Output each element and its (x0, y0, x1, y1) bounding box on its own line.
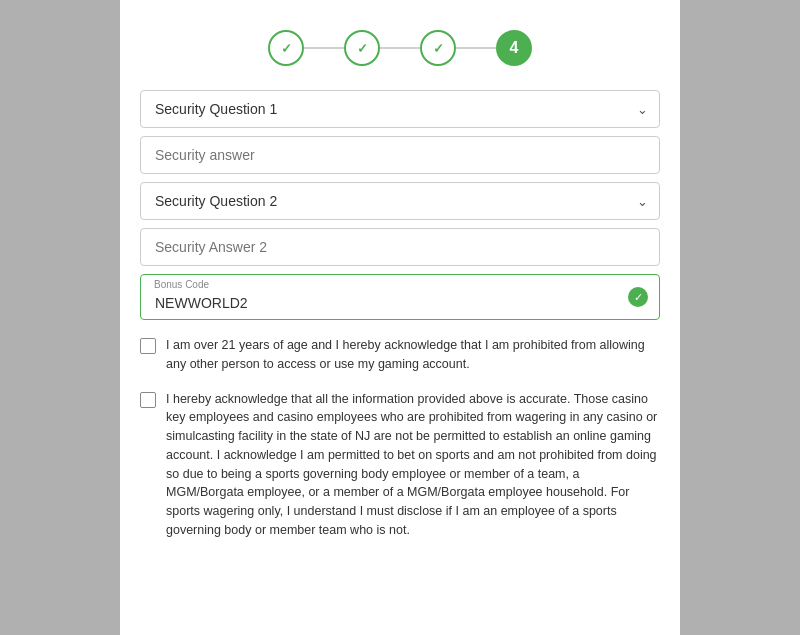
form-section: Security Question 1 ⌄ Security Question … (140, 90, 660, 336)
step-3-icon: ✓ (433, 41, 444, 56)
step-line-3 (456, 47, 496, 49)
security-answer-2-input[interactable] (140, 228, 660, 266)
checkbox-1-label: I am over 21 years of age and I hereby a… (166, 336, 660, 374)
bonus-code-wrapper: Bonus Code ✓ (140, 274, 660, 320)
step-4-label: 4 (510, 39, 519, 57)
checkbox-1[interactable] (140, 338, 156, 354)
bonus-check-icon: ✓ (628, 287, 648, 307)
bonus-code-input[interactable] (140, 274, 660, 320)
checkbox-2[interactable] (140, 392, 156, 408)
security-question-2-select[interactable]: Security Question 2 (140, 182, 660, 220)
checkbox-item-1: I am over 21 years of age and I hereby a… (140, 336, 660, 374)
step-line-2 (380, 47, 420, 49)
step-4: 4 (496, 30, 532, 66)
security-question-1-select[interactable]: Security Question 1 (140, 90, 660, 128)
step-3: ✓ (420, 30, 456, 66)
security-answer-1-wrapper (140, 136, 660, 174)
checkbox-item-2: I hereby acknowledge that all the inform… (140, 390, 660, 540)
security-answer-2-wrapper (140, 228, 660, 266)
stepper: ✓ ✓ ✓ 4 (140, 30, 660, 66)
checkbox-group: I am over 21 years of age and I hereby a… (140, 336, 660, 540)
step-2-icon: ✓ (357, 41, 368, 56)
step-line-1 (304, 47, 344, 49)
security-question-1-wrapper: Security Question 1 ⌄ (140, 90, 660, 128)
security-question-2-wrapper: Security Question 2 ⌄ (140, 182, 660, 220)
step-2: ✓ (344, 30, 380, 66)
step-1: ✓ (268, 30, 304, 66)
bonus-code-label: Bonus Code (154, 279, 209, 290)
step-1-icon: ✓ (281, 41, 292, 56)
main-container: ✓ ✓ ✓ 4 Security Question 1 ⌄ (120, 0, 680, 635)
checkbox-2-label: I hereby acknowledge that all the inform… (166, 390, 660, 540)
security-answer-1-input[interactable] (140, 136, 660, 174)
